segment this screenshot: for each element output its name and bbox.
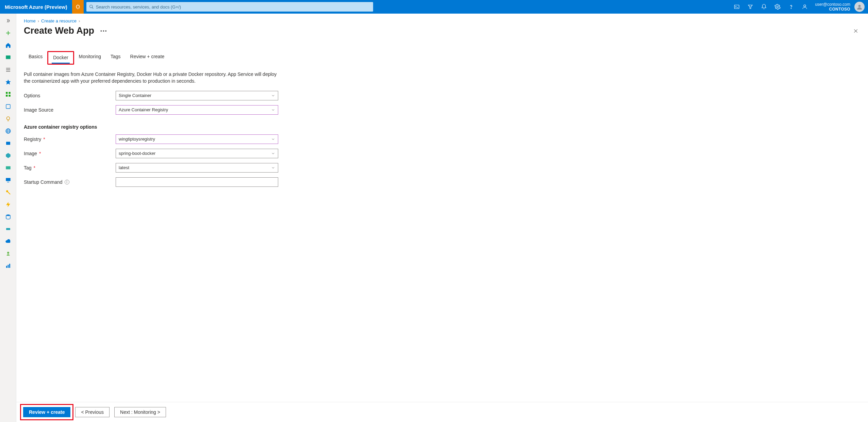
close-button[interactable] <box>851 26 861 36</box>
rail-all-resources[interactable] <box>0 88 16 100</box>
svg-rect-26 <box>6 92 7 94</box>
bulb-icon <box>5 116 11 122</box>
rail-virtual-machines[interactable] <box>0 174 16 186</box>
select-image[interactable]: spring-boot-docker <box>116 149 278 158</box>
tab-basics[interactable]: Basics <box>24 51 47 65</box>
feedback-button[interactable] <box>798 0 812 14</box>
rail-expand[interactable] <box>0 15 16 27</box>
select-tag[interactable]: latest <box>116 163 278 173</box>
svg-point-16 <box>791 8 791 9</box>
tab-review-create[interactable]: Review + create <box>126 51 169 65</box>
rail-kubernetes[interactable] <box>0 150 16 161</box>
page-title: Create Web App <box>24 26 94 36</box>
breadcrumb-create-resource[interactable]: Create a resource <box>41 18 77 23</box>
rail-key-vault[interactable] <box>0 186 16 198</box>
previous-button[interactable]: < Previous <box>75 407 110 417</box>
input-startup-command[interactable] <box>116 177 278 187</box>
help-icon <box>788 4 794 10</box>
select-image-source-value: Azure Container Registry <box>119 107 168 112</box>
svg-rect-29 <box>9 95 10 97</box>
rail-all-services[interactable] <box>0 64 16 76</box>
label-registry: Registry* <box>24 136 116 142</box>
directory-filter-button[interactable] <box>744 0 757 14</box>
rail-container-registry[interactable] <box>0 137 16 149</box>
svg-rect-28 <box>6 95 7 97</box>
breadcrumb-sep: › <box>38 18 39 23</box>
settings-button[interactable] <box>771 0 784 14</box>
brand: Microsoft Azure (Preview) <box>0 4 72 10</box>
row-image-source: Image Source Azure Container Registry <box>24 105 861 115</box>
select-image-source[interactable]: Azure Container Registry <box>116 105 278 115</box>
select-options[interactable]: Single Container <box>116 91 278 100</box>
star-icon <box>5 79 11 85</box>
search-box[interactable] <box>86 2 373 12</box>
tab-monitoring[interactable]: Monitoring <box>74 51 106 65</box>
svg-rect-48 <box>7 265 9 268</box>
grid-icon <box>5 91 11 97</box>
svg-rect-45 <box>6 228 10 230</box>
breadcrumb-home[interactable]: Home <box>24 18 36 23</box>
rail-azure-ad[interactable] <box>0 236 16 247</box>
account-info[interactable]: user@contoso.com CONTOSO <box>812 2 852 12</box>
select-registry[interactable]: wingtiptoysregistry <box>116 134 278 144</box>
storage-icon <box>5 165 11 171</box>
review-create-button[interactable]: Review + create <box>23 407 70 417</box>
tab-docker[interactable]: Docker <box>47 51 74 65</box>
form: Options Single Container Image Source <box>24 91 861 187</box>
label-startup-command: Startup Command i <box>24 179 116 185</box>
svg-point-44 <box>6 214 10 216</box>
rail-quickstart[interactable] <box>0 113 16 125</box>
cloud-shell-button[interactable] <box>730 0 744 14</box>
required-asterisk: * <box>34 165 35 171</box>
select-registry-value: wingtiptoysregistry <box>119 136 155 142</box>
rail-functions[interactable] <box>0 199 16 210</box>
rail-favorites[interactable] <box>0 76 16 88</box>
cloud-icon <box>5 238 11 244</box>
dashboard-icon <box>5 54 11 61</box>
top-icons: user@contoso.com CONTOSO <box>730 0 868 14</box>
rail-sql[interactable] <box>0 211 16 223</box>
svg-point-9 <box>89 5 92 8</box>
svg-point-18 <box>858 5 861 7</box>
title-row: Create Web App ••• <box>16 25 868 39</box>
rail-monitor[interactable] <box>0 260 16 272</box>
svg-marker-13 <box>748 5 752 9</box>
svg-rect-39 <box>6 178 11 181</box>
search-input[interactable] <box>96 4 370 10</box>
body-scroll[interactable]: Basics Docker Monitoring Tags Review + c… <box>16 39 868 402</box>
svg-rect-30 <box>6 104 10 109</box>
rail-dashboard[interactable] <box>0 52 16 63</box>
rail-cosmos[interactable] <box>0 223 16 235</box>
rail-storage[interactable] <box>0 162 16 174</box>
rail-home[interactable] <box>0 39 16 51</box>
next-button[interactable]: Next : Monitoring > <box>114 407 166 417</box>
rail-create-resource[interactable] <box>0 27 16 39</box>
top-header: Microsoft Azure (Preview) <box>0 0 868 14</box>
feedback-icon <box>802 4 808 10</box>
more-actions[interactable]: ••• <box>100 28 107 34</box>
info-icon[interactable]: i <box>65 180 69 184</box>
help-button[interactable] <box>784 0 798 14</box>
preview-toggle[interactable] <box>72 0 84 14</box>
bars-icon <box>5 263 11 269</box>
svg-rect-27 <box>9 92 10 94</box>
account-avatar[interactable] <box>854 2 865 12</box>
account-tenant: CONTOSO <box>829 7 850 12</box>
row-startup-command: Startup Command i <box>24 177 861 187</box>
monitor-icon <box>5 177 11 183</box>
svg-point-17 <box>804 5 806 7</box>
label-tag: Tag* <box>24 165 116 171</box>
rail-resource-groups[interactable] <box>0 101 16 112</box>
filter-icon <box>747 4 753 10</box>
section-heading: Azure container registry options <box>24 124 861 130</box>
cloud-shell-icon <box>734 4 740 10</box>
rail-app-services[interactable] <box>0 125 16 137</box>
lightning-icon <box>5 201 11 208</box>
notifications-button[interactable] <box>757 0 771 14</box>
rail-advisor[interactable] <box>0 248 16 259</box>
svg-rect-47 <box>6 266 7 268</box>
required-asterisk: * <box>43 136 45 142</box>
svg-marker-25 <box>5 80 11 85</box>
close-icon <box>853 28 858 34</box>
tab-tags[interactable]: Tags <box>106 51 126 65</box>
